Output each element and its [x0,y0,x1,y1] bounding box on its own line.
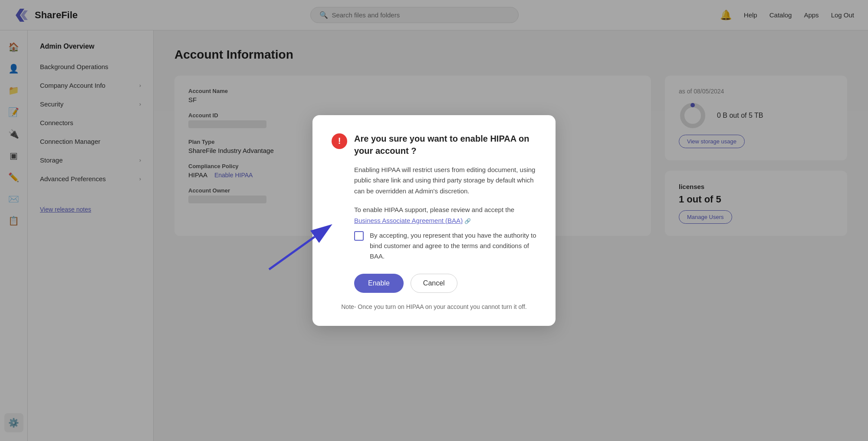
modal-body-1: Enabling HIPAA will restrict users from … [332,165,536,197]
modal-buttons: Enable Cancel [332,274,536,293]
external-link-icon: 🔗 [464,218,471,224]
modal-overlay[interactable]: ! Are you sure you want to enable HIPAA … [0,0,868,441]
enable-hipaa-button[interactable]: Enable [354,274,404,293]
cancel-button[interactable]: Cancel [411,274,457,293]
hipaa-modal: ! Are you sure you want to enable HIPAA … [312,115,556,326]
modal-body-2-text: To enable HIPAA support, please review a… [354,206,514,213]
warning-icon: ! [332,133,347,149]
modal-checkbox-row: By accepting, you represent that you hav… [332,230,536,262]
modal-header: ! Are you sure you want to enable HIPAA … [332,133,536,157]
modal-checkbox-label: By accepting, you represent that you hav… [370,230,536,262]
baa-link[interactable]: Business Associate Agreement (BAA) [354,217,463,224]
baa-acceptance-checkbox[interactable] [354,231,364,241]
modal-body-2: To enable HIPAA support, please review a… [332,205,536,226]
modal-note: Note- Once you turn on HIPAA on your acc… [332,303,536,310]
modal-title: Are you sure you want to enable HIPAA on… [354,133,536,157]
